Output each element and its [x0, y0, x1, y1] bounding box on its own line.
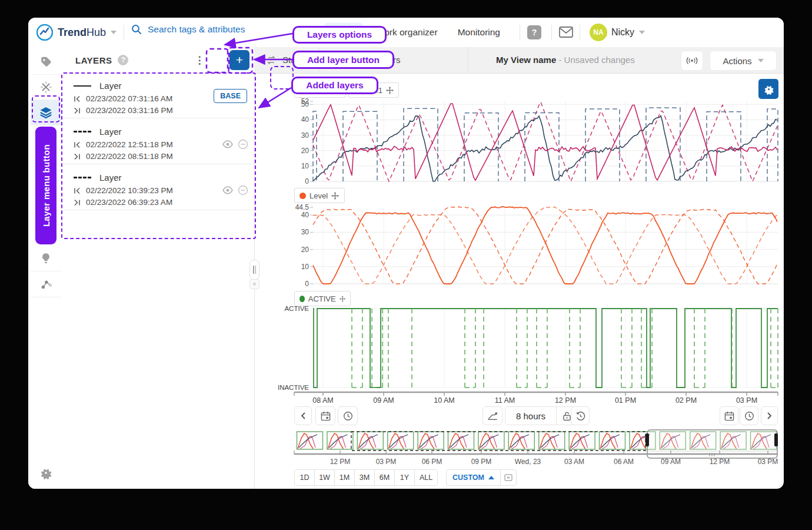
help-button[interactable]: ?	[527, 25, 541, 39]
layer-line-swatch-dashed	[74, 131, 91, 132]
series-c1-base	[313, 104, 777, 180]
custom-range-button[interactable]: CUSTOM	[447, 470, 501, 485]
range-1w-button[interactable]: 1W	[315, 470, 335, 485]
kebab-icon: ⋮	[195, 54, 205, 67]
layer-name: Layer	[99, 81, 122, 91]
y-tick-label: 20	[301, 147, 310, 155]
start-time-button[interactable]	[338, 406, 358, 425]
end-time-button[interactable]	[740, 406, 758, 425]
layers-panel-title: LAYERS	[75, 55, 112, 65]
logo-icon	[36, 24, 53, 41]
lightbulb-icon	[39, 252, 52, 265]
y-tick-label: 0	[305, 177, 309, 186]
trend-step-icon	[487, 412, 498, 420]
y-tick-label: 40	[301, 211, 310, 219]
range-1m-button[interactable]: 1M	[335, 470, 355, 485]
y-tick-label: 10	[301, 263, 310, 271]
range-1y-button[interactable]: 1Y	[395, 470, 415, 485]
layer-name: Layer	[99, 127, 122, 137]
series-tag2-base	[313, 116, 777, 182]
broadcast-icon	[686, 57, 698, 65]
calendar-icon	[321, 411, 331, 421]
search-icon	[131, 24, 142, 35]
y-tick-label: 50	[301, 100, 310, 108]
range-3m-button[interactable]: 3M	[355, 470, 375, 485]
layer-item-3[interactable]: Layer 02/22/2022 10:39:23 PM 02/23/2022 …	[64, 165, 254, 210]
tags-rail-button[interactable]	[31, 49, 61, 75]
remove-layer-icon[interactable]	[238, 185, 248, 196]
start-calendar-button[interactable]	[315, 406, 335, 425]
layer-line-swatch-dashed	[74, 177, 91, 178]
pan-left-button[interactable]	[294, 406, 312, 425]
context-items-rail-button[interactable]	[31, 272, 61, 297]
x-tick-label: 12 PM	[555, 396, 576, 405]
x-tick-label: 08 AM	[312, 396, 333, 405]
layer-item-2[interactable]: Layer 02/22/2022 12:51:18 PM 02/22/2022 …	[64, 119, 254, 164]
actions-button[interactable]: Actions	[710, 51, 777, 71]
layers-options-button[interactable]: ⋮	[190, 51, 209, 69]
range-6m-button[interactable]: 6M	[375, 470, 395, 485]
x-tick-label: 10 AM	[434, 396, 454, 405]
custom-caret-up-icon	[488, 476, 494, 479]
trend-charts-canvas[interactable]: 525040302010044.5403020100ACTIVEINACTIVE…	[254, 73, 784, 489]
user-name: Nicky	[611, 27, 634, 38]
visibility-eye-icon[interactable]	[222, 140, 234, 149]
recommendations-rail-button[interactable]	[31, 246, 61, 271]
range-1d-button[interactable]: 1D	[295, 470, 315, 485]
duration-button[interactable]: 8 hours	[505, 407, 556, 425]
user-menu[interactable]: Nicky	[611, 27, 645, 38]
logo-wordmark: TrendHub	[58, 26, 106, 39]
y-tick-label: 30	[301, 228, 310, 236]
range-all-button[interactable]: ALL	[415, 470, 437, 485]
layer-start-time: 02/23/2022 07:31:16 AM	[86, 94, 172, 103]
left-icon-rail	[28, 47, 64, 489]
value-search-rail-button[interactable]	[31, 75, 61, 100]
context-tick-label: Wed, 23	[515, 458, 541, 466]
fit-selection-button[interactable]	[501, 470, 516, 485]
search-input[interactable]: Search tags & attributes	[131, 24, 245, 35]
gear-icon	[39, 466, 52, 479]
clock-icon	[343, 411, 353, 421]
logo-caret-icon[interactable]	[111, 31, 117, 34]
trendhub-logo[interactable]: TrendHub	[36, 24, 117, 41]
end-calendar-button[interactable]	[720, 406, 738, 425]
expand-icon	[504, 474, 513, 481]
range-end-icon	[74, 153, 81, 160]
layers-rail-button[interactable]	[31, 100, 61, 125]
settings-rail-button[interactable]	[31, 461, 61, 485]
nav-monitoring[interactable]: Monitoring	[451, 23, 507, 42]
focus-window-left-handle[interactable]	[645, 433, 649, 446]
clock-icon	[744, 411, 754, 421]
context-tick-label: 06 AM	[614, 458, 634, 466]
live-broadcast-button[interactable]	[681, 51, 703, 71]
plus-icon: +	[236, 53, 243, 67]
x-tick-label: 03 PM	[736, 396, 757, 405]
y-tick-label: 10	[301, 162, 310, 170]
y-tick-label: 30	[301, 131, 310, 140]
chevron-right-icon	[767, 412, 772, 419]
context-tick-label: 12 PM	[710, 458, 730, 466]
layers-panel: LAYERS ? ⋮ + Layer BASE 02/23/2022 07:31…	[64, 47, 255, 489]
layers-help-icon[interactable]: ?	[118, 55, 128, 65]
user-caret-icon	[639, 31, 645, 34]
chart-mode-tab[interactable]: Sta	[266, 55, 296, 65]
pan-right-button[interactable]	[761, 406, 778, 425]
help-glyph: ?	[532, 28, 537, 37]
avatar[interactable]: NA	[590, 24, 607, 41]
layer-item-base[interactable]: Layer BASE 02/23/2022 07:31:16 AM 02/23/…	[64, 73, 254, 118]
annotation-added-layers: Added layers	[291, 77, 378, 94]
x-tick-label: 02 PM	[675, 396, 697, 405]
y-tick-label: 40	[301, 115, 310, 124]
history-button[interactable]	[571, 406, 590, 425]
range-end-icon	[74, 199, 81, 206]
remove-layer-icon[interactable]	[238, 139, 248, 150]
y-tick-label: 0	[305, 280, 309, 288]
visibility-eye-icon[interactable]	[222, 186, 234, 195]
mail-button[interactable]	[559, 26, 573, 40]
add-layer-button[interactable]: +	[229, 50, 249, 70]
history-icon	[575, 411, 585, 421]
focus-window-right-handle[interactable]	[774, 433, 778, 446]
compressed-trend-button[interactable]	[482, 406, 502, 425]
custom-range-group: CUSTOM	[446, 469, 517, 486]
range-end-icon	[74, 107, 81, 114]
